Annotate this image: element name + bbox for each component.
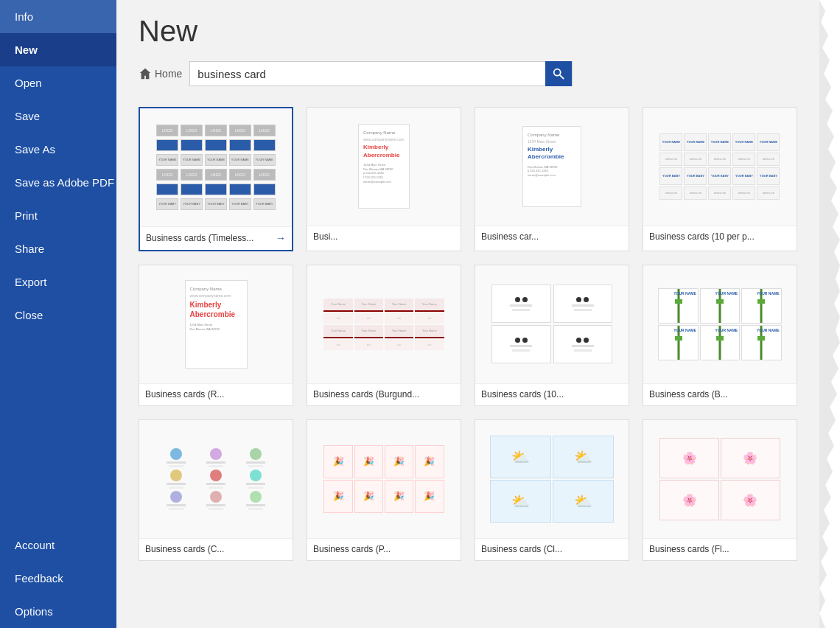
template-thumb-ten-dots — [475, 265, 629, 383]
template-card-timeless[interactable]: LOGOLOGOLOGOLOGOLOGO YOUR NAMEYOUR NAMEY… — [139, 107, 293, 251]
search-button[interactable] — [545, 61, 572, 86]
template-label-text-red: Business cards (R... — [145, 389, 224, 400]
sidebar-item-export[interactable]: Export — [0, 265, 116, 299]
template-label-text-bamboo: Business cards (B... — [649, 389, 728, 400]
template-thumb-ten-per-page: YOUR NAMEYOUR NAMEYOUR NAMEYOUR NAMEYOUR… — [643, 108, 797, 226]
template-label-ten-per-page: Business cards (10 per p... — [643, 226, 797, 248]
search-input[interactable] — [190, 68, 545, 80]
template-label-burgundy: Business cards (Burgund... — [307, 383, 461, 405]
template-label-timeless: Business cards (Timeless...→ — [140, 226, 292, 250]
template-label-party: Business cards (P... — [307, 538, 461, 560]
template-label-text-ten-dots: Business cards (10... — [481, 389, 564, 400]
template-label-text-timeless: Business cards (Timeless... — [146, 233, 253, 243]
template-label-bamboo: Business cards (B... — [643, 383, 797, 405]
template-label-ten-dots: Business cards (10... — [475, 383, 629, 405]
search-row: Home — [139, 61, 797, 86]
torn-edge — [819, 0, 840, 628]
template-thumb-busi: Company Name www.companyname.com Kimberl… — [307, 108, 461, 226]
template-card-ten-dots[interactable]: Business cards (10... — [475, 265, 629, 406]
template-card-pink-flower[interactable]: 🌸🌸🌸🌸 Business cards (Fl... — [643, 419, 797, 561]
template-label-pink-flower: Business cards (Fl... — [643, 538, 797, 560]
home-icon — [139, 67, 152, 80]
template-card-cloud[interactable]: ⛅⛅⛅⛅ Business cards (Cl... — [475, 419, 629, 561]
template-label-red: Business cards (R... — [139, 383, 293, 405]
home-label: Home — [155, 68, 182, 80]
main-content: New Home LOGOLOGOLOGOLOGOLOGO YOUR NAMEY… — [116, 0, 819, 628]
template-thumb-timeless: LOGOLOGOLOGOLOGOLOGO YOUR NAMEYOUR NAMEY… — [140, 108, 292, 226]
template-card-bamboo[interactable]: YOUR NAME YOUR NAME YOUR NAME YOUR NAME … — [643, 265, 797, 406]
template-label-busi: Busi... — [307, 226, 461, 248]
svg-point-0 — [554, 69, 561, 76]
sidebar-item-new[interactable]: New — [0, 33, 116, 66]
svg-line-1 — [560, 75, 564, 79]
template-thumb-circles — [139, 420, 293, 538]
template-thumb-burgundy: Your NameYour NameYour NameYour Name inf… — [307, 265, 461, 383]
template-label-business-car: Business car... — [475, 226, 629, 248]
sidebar-item-info[interactable]: Info — [0, 0, 116, 33]
sidebar-item-account[interactable]: Account — [0, 528, 116, 562]
sidebar-item-open[interactable]: Open — [0, 66, 116, 100]
template-thumb-pink-flower: 🌸🌸🌸🌸 — [643, 420, 797, 538]
sidebar-item-save[interactable]: Save — [0, 100, 116, 133]
template-card-ten-per-page[interactable]: YOUR NAMEYOUR NAMEYOUR NAMEYOUR NAMEYOUR… — [643, 107, 797, 251]
template-thumb-bamboo: YOUR NAME YOUR NAME YOUR NAME YOUR NAME … — [643, 265, 797, 383]
template-label-cloud: Business cards (Cl... — [475, 538, 629, 560]
template-label-text-ten-per-page: Business cards (10 per p... — [649, 231, 755, 242]
template-label-text-pink-flower: Business cards (Fl... — [649, 544, 729, 554]
sidebar-item-close[interactable]: Close — [0, 299, 116, 332]
sidebar-item-save-adobe-pdf[interactable]: Save as Adobe PDF — [0, 166, 116, 199]
template-label-text-circles: Business cards (C... — [145, 544, 224, 554]
template-thumb-party: 🎉🎉🎉🎉🎉🎉🎉🎉 — [307, 420, 461, 538]
sidebar-item-save-as[interactable]: Save As — [0, 133, 116, 166]
sidebar: InfoNewOpenSaveSave AsSave as Adobe PDFP… — [0, 0, 116, 628]
sidebar-item-feedback[interactable]: Feedback — [0, 562, 116, 595]
template-arrow-timeless: → — [276, 232, 286, 244]
page-title: New — [139, 15, 797, 48]
template-label-circles: Business cards (C... — [139, 538, 293, 560]
sidebar-item-print[interactable]: Print — [0, 199, 116, 232]
template-label-text-business-car: Business car... — [481, 231, 539, 242]
template-thumb-cloud: ⛅⛅⛅⛅ — [475, 420, 629, 538]
template-label-text-busi: Busi... — [313, 231, 337, 242]
template-thumb-red: Company Name www.companyname.com Kimberl… — [139, 265, 293, 383]
sidebar-item-options[interactable]: Options — [0, 595, 116, 628]
template-thumb-business-car: Company Name 1234 Main Street KimberlyAb… — [475, 108, 629, 226]
template-card-business-car[interactable]: Company Name 1234 Main Street KimberlyAb… — [475, 107, 629, 251]
template-label-text-cloud: Business cards (Cl... — [481, 544, 562, 554]
home-link[interactable]: Home — [139, 67, 182, 80]
template-card-circles[interactable]: Business cards (C... — [139, 419, 293, 561]
template-card-busi[interactable]: Company Name www.companyname.com Kimberl… — [307, 107, 461, 251]
template-label-text-burgundy: Business cards (Burgund... — [313, 389, 419, 400]
template-card-party[interactable]: 🎉🎉🎉🎉🎉🎉🎉🎉 Business cards (P... — [307, 419, 461, 561]
template-card-burgundy[interactable]: Your NameYour NameYour NameYour Name inf… — [307, 265, 461, 406]
search-icon — [552, 67, 565, 80]
template-card-red[interactable]: Company Name www.companyname.com Kimberl… — [139, 265, 293, 406]
templates-grid: LOGOLOGOLOGOLOGOLOGO YOUR NAMEYOUR NAMEY… — [139, 107, 797, 576]
search-box — [189, 61, 573, 86]
sidebar-item-share[interactable]: Share — [0, 232, 116, 265]
template-label-text-party: Business cards (P... — [313, 544, 391, 554]
